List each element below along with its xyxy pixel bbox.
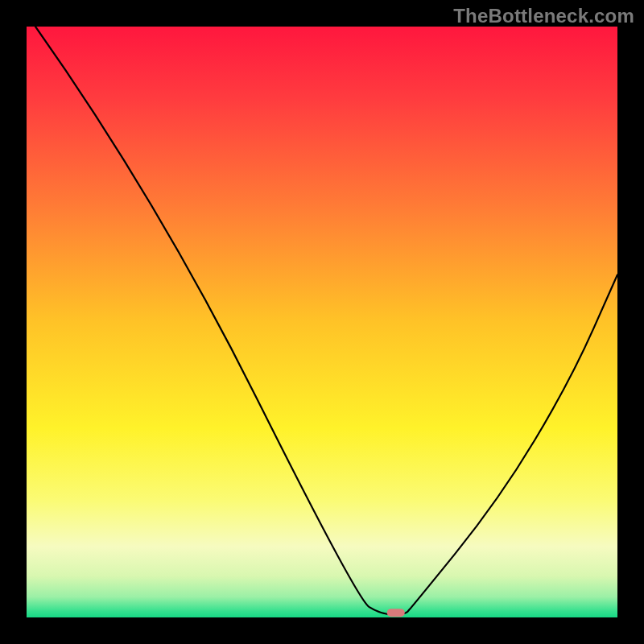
optimum-marker: [387, 609, 405, 617]
watermark-text: TheBottleneck.com: [453, 5, 634, 27]
plot-area: [27, 27, 617, 617]
chart-container: TheBottleneck.com: [0, 0, 644, 644]
chart-svg: [27, 27, 617, 617]
gradient-background: [27, 27, 617, 617]
